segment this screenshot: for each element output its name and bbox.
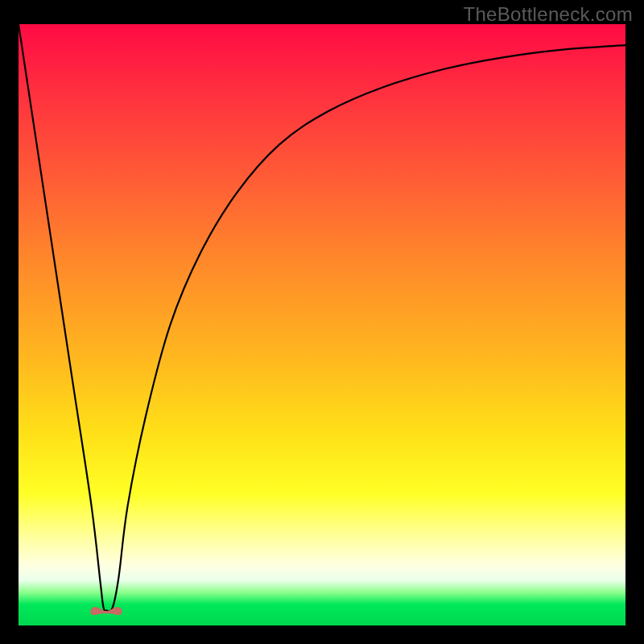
bottleneck-curve <box>19 24 625 625</box>
plot-area <box>19 24 625 625</box>
watermark-text: TheBottleneck.com <box>463 3 633 26</box>
chart-frame: TheBottleneck.com <box>0 0 644 644</box>
dip-marker-icon <box>89 601 124 620</box>
